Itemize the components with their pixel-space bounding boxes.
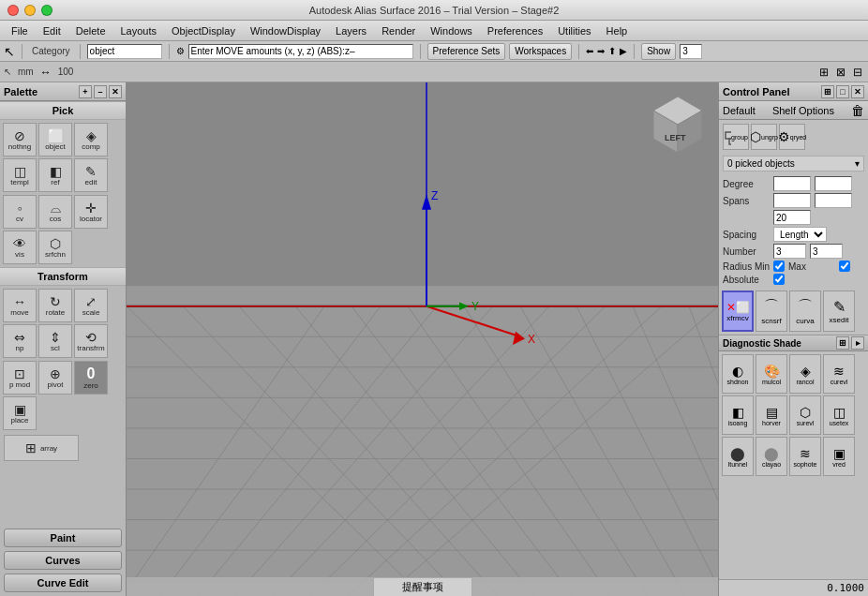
show-input[interactable] [680, 44, 702, 59]
palette-item-place[interactable]: ▣ place [3, 396, 37, 430]
shelf-item-scnsrf[interactable]: ⌒ scnsrf [756, 291, 787, 332]
nav-icon-4[interactable]: ▶ [620, 46, 627, 56]
menu-edit[interactable]: Edit [36, 23, 68, 38]
palette-item-move[interactable]: ↔ move [3, 289, 37, 322]
palette-pin-btn[interactable]: + [79, 85, 92, 98]
number-input-1[interactable] [773, 244, 806, 259]
number-input-2[interactable] [810, 244, 843, 259]
preference-sets-button[interactable]: Preference Sets [427, 43, 506, 60]
diag-item-isoang[interactable]: ◧ isoang [722, 395, 754, 435]
menu-file[interactable]: File [4, 23, 36, 38]
diag-item-shdnon[interactable]: ◐ shdnon [722, 354, 754, 394]
panel-close-btn[interactable]: ✕ [851, 85, 864, 98]
diag-item-surevl[interactable]: ⬡ surevl [789, 395, 821, 435]
palette-item-scale[interactable]: ⤢ scale [74, 289, 108, 322]
shelf-item-xfrmcv[interactable]: ✕⬜ xfrmcv [722, 291, 754, 332]
viewport[interactable]: Z X Y LEFT 提醒事项 [127, 82, 718, 596]
nav-icon-2[interactable]: ➡ [597, 46, 605, 56]
palette-item-locator[interactable]: ✛ locator [74, 195, 108, 229]
radius-min-checkbox[interactable] [773, 261, 785, 272]
diag-item-sophote[interactable]: ≋ sophote [789, 437, 821, 476]
curve-edit-button[interactable]: Curve Edit [4, 574, 122, 592]
palette-item-vis[interactable]: 👁 vis [3, 231, 37, 264]
snap-icon-1[interactable]: ⊞ [817, 66, 831, 79]
palette-item-cv[interactable]: ◦ cv [3, 195, 37, 229]
show-button[interactable]: Show [641, 43, 676, 60]
workspaces-button[interactable]: Workspaces [509, 43, 572, 60]
menu-windowdisplay[interactable]: WindowDisplay [243, 23, 328, 38]
diag-item-curevl[interactable]: ≋ curevl [823, 354, 855, 394]
diag-item-usetex[interactable]: ◫ usetex [823, 395, 855, 435]
panel-pin-btn[interactable]: ⊞ [821, 85, 834, 98]
menu-preferences[interactable]: Preferences [480, 23, 550, 38]
palette-item-array[interactable]: ⊞ array [4, 435, 79, 461]
palette-item-zero[interactable]: 0 zero [74, 361, 108, 395]
nav-icon-3[interactable]: ⬆ [608, 46, 616, 56]
palette-item-scl[interactable]: ⇕ scl [38, 324, 72, 358]
palette-item-np[interactable]: ⇔ np [3, 324, 37, 358]
menu-help[interactable]: Help [599, 23, 636, 38]
diag-item-ltunnel[interactable]: ⬤ ltunnel [722, 437, 754, 476]
menu-layouts[interactable]: Layouts [113, 23, 165, 38]
palette-item-nothng[interactable]: ⊘ nothng [3, 123, 37, 156]
panel-expand-btn[interactable]: □ [836, 85, 849, 98]
palette-minimize-btn[interactable]: – [94, 85, 107, 98]
snap-icon-2[interactable]: ⊠ [834, 66, 847, 79]
diag-item-clayao[interactable]: ⬤ clayao [756, 437, 787, 476]
palette-item-transfrm[interactable]: ⟲ transfrm [74, 324, 108, 358]
palette-item-rotate[interactable]: ↻ rotate [38, 289, 72, 322]
degree-input-2[interactable] [815, 176, 852, 191]
menu-objectdisplay[interactable]: ObjectDisplay [164, 23, 243, 38]
spacing-num-input[interactable] [773, 210, 811, 225]
spans-input-2[interactable] [815, 193, 852, 208]
panel-header-btns[interactable]: ⊞ □ ✕ [821, 85, 864, 98]
palette-close-btn[interactable]: ✕ [109, 85, 122, 98]
menu-windows[interactable]: Windows [423, 23, 480, 38]
snap-icon-3[interactable]: ⊟ [851, 66, 864, 79]
menu-delete[interactable]: Delete [68, 23, 113, 38]
diag-expand-btn[interactable]: ⊞ [836, 336, 849, 350]
shelf-options-label[interactable]: Shelf Options [772, 105, 834, 116]
degree-input-1[interactable] [773, 176, 811, 191]
menu-render[interactable]: Render [374, 23, 423, 38]
palette-item-ref[interactable]: ◧ ref [38, 158, 72, 192]
palette-item-srfchn[interactable]: ⬡ srfchn [38, 231, 72, 264]
palette-header-buttons[interactable]: + – ✕ [79, 85, 122, 98]
spacing-dropdown[interactable]: Length Angle [773, 227, 827, 242]
diag-item-horver[interactable]: ▤ horver [756, 395, 787, 435]
palette-item-cos[interactable]: ⌓ cos [38, 195, 72, 229]
palette-item-pivot[interactable]: ⊕ pivot [38, 361, 72, 395]
radius-max-checkbox[interactable] [839, 261, 850, 272]
diag-pin-btn[interactable]: ▸ [851, 336, 864, 350]
diag-item-rancol[interactable]: ◈ rancol [789, 354, 821, 394]
palette-item-edit[interactable]: ✎ edit [74, 158, 108, 192]
maximize-button[interactable] [41, 5, 52, 16]
shelf-item-curva[interactable]: ⌒ curva [789, 291, 821, 332]
trash-icon[interactable]: 🗑 [851, 103, 864, 118]
curves-button[interactable]: Curves [4, 551, 122, 570]
menu-layers[interactable]: Layers [328, 23, 374, 38]
close-button[interactable] [7, 5, 19, 16]
palette-item-object[interactable]: ⬜ object [38, 123, 72, 156]
diag-item-mulcol[interactable]: 🎨 mulcol [756, 354, 787, 394]
picked-expand-icon[interactable]: ▾ [855, 158, 860, 169]
spans-input-1[interactable] [773, 193, 811, 208]
shelf-icon-group[interactable]: group [723, 124, 749, 150]
window-controls[interactable] [7, 5, 52, 16]
shelf-icon-ungrp[interactable]: ⬡ ungrp [751, 124, 777, 150]
diag-header-btns[interactable]: ⊞ ▸ [836, 336, 864, 350]
diag-item-vred[interactable]: ▣ vred [823, 437, 855, 476]
menu-utilities[interactable]: Utilities [550, 23, 598, 38]
paint-button[interactable]: Paint [4, 529, 122, 547]
palette-item-templ[interactable]: ◫ templ [3, 158, 37, 192]
shelf-item-xsedit[interactable]: ✎ xsedit [823, 291, 855, 332]
palette-item-comp[interactable]: ◈ comp [74, 123, 108, 156]
view-cube[interactable]: LEFT [648, 92, 709, 153]
command-input[interactable] [188, 44, 413, 59]
minimize-button[interactable] [24, 5, 36, 16]
palette-item-p_mod[interactable]: ⊡ p mod [3, 361, 37, 395]
object-input[interactable] [87, 44, 162, 59]
absolute-checkbox[interactable] [773, 274, 785, 285]
nav-icon-1[interactable]: ⬅ [586, 46, 593, 56]
shelf-icon-qryed[interactable]: ⚙ qryed [779, 124, 805, 150]
